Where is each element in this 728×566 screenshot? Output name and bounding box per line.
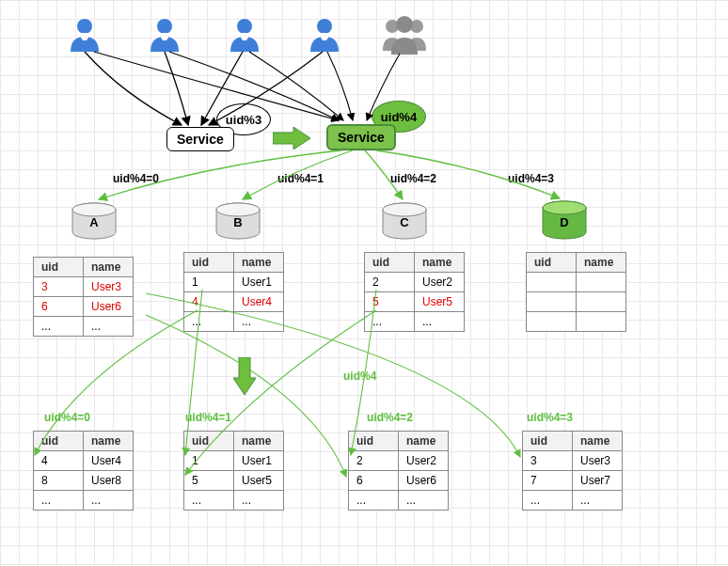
route-label: uid%4=1 — [277, 172, 324, 185]
svg-point-14 — [543, 201, 586, 214]
rehash-label: uid%4 — [343, 369, 376, 383]
user-icon — [66, 14, 103, 52]
route-label: uid%4=2 — [390, 172, 436, 185]
diagram-canvas: { "icons": { "user_blue": "#3f7fd8", "us… — [0, 0, 728, 566]
route-label: uid%4=2 — [367, 411, 413, 424]
arrow-right-icon — [273, 127, 310, 149]
arrow-down-icon — [233, 357, 256, 395]
bubble-new-rule-text: uid%4 — [381, 110, 417, 124]
route-label: uid%4=3 — [508, 172, 554, 185]
svg-point-2 — [237, 19, 252, 34]
bubble-old-rule-text: uid%3 — [226, 113, 261, 127]
db-label-a: A — [85, 215, 103, 229]
table-top-c: uidname 2User2 5User5 ...... — [364, 252, 465, 332]
svg-point-0 — [77, 19, 92, 34]
route-label: uid%4=3 — [527, 411, 573, 424]
route-label: uid%4=0 — [113, 172, 159, 185]
svg-point-1 — [157, 19, 172, 34]
svg-point-12 — [383, 203, 426, 216]
user-group-icon — [376, 11, 433, 56]
svg-point-3 — [317, 19, 332, 34]
svg-point-6 — [396, 16, 413, 33]
table-top-d: uidname — [526, 252, 626, 332]
svg-point-8 — [72, 203, 116, 216]
user-icon — [306, 14, 343, 52]
db-label-b: B — [229, 215, 247, 229]
table-bottom-d: uidname 3User3 7User7 ...... — [522, 431, 623, 511]
route-label: uid%4=1 — [185, 411, 231, 424]
svg-point-10 — [216, 203, 260, 216]
service-new: Service — [326, 124, 396, 150]
route-label: uid%4=0 — [44, 411, 90, 424]
db-label-c: C — [395, 215, 414, 229]
table-bottom-a: uidname 4User4 8User8 ...... — [33, 431, 134, 511]
user-icon — [146, 14, 183, 52]
user-icon — [226, 14, 263, 52]
table-bottom-c: uidname 2User2 6User6 ...... — [348, 431, 449, 511]
table-bottom-b: uidname 1User1 5User5 ...... — [183, 431, 284, 511]
table-top-b: uidname 1User1 4User4 ...... — [183, 252, 284, 332]
service-old: Service — [166, 127, 234, 151]
table-top-a: uidname 3User3 6User6 ...... — [33, 257, 134, 337]
db-label-d: D — [555, 215, 574, 229]
